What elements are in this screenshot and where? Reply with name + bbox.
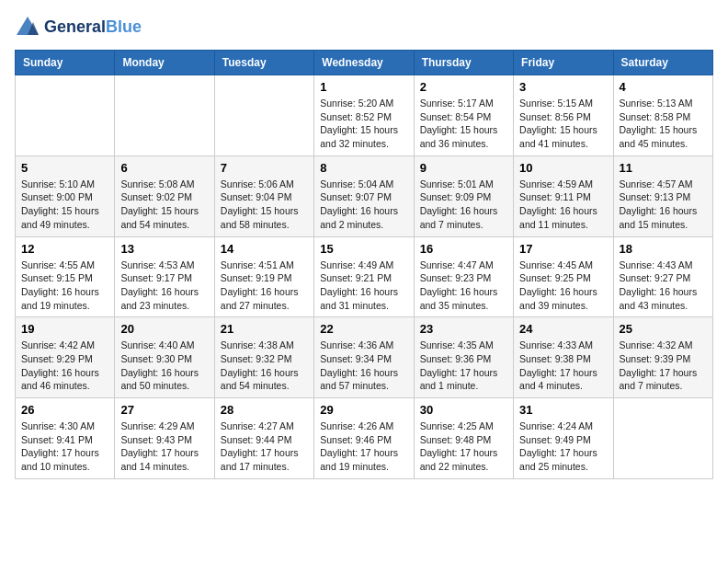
calendar-cell: 6Sunrise: 5:08 AMSunset: 9:02 PMDaylight… [115,155,214,236]
day-number: 27 [120,403,208,417]
calendar-cell: 7Sunrise: 5:06 AMSunset: 9:04 PMDaylight… [214,155,313,236]
calendar-cell [16,75,115,156]
day-number: 11 [620,161,707,175]
day-number: 3 [519,80,607,94]
calendar-cell: 15Sunrise: 4:49 AMSunset: 9:21 PMDayligh… [314,236,414,317]
day-info: Sunrise: 5:04 AMSunset: 9:07 PMDaylight:… [320,178,407,232]
column-header-wednesday: Wednesday [314,51,414,75]
day-info: Sunrise: 4:53 AMSunset: 9:17 PMDaylight:… [120,259,208,313]
day-info: Sunrise: 4:27 AMSunset: 9:44 PMDaylight:… [221,419,308,474]
day-number: 17 [519,242,607,256]
day-number: 9 [420,161,507,175]
day-info: Sunrise: 5:08 AMSunset: 9:02 PMDaylight:… [120,178,208,232]
day-number: 2 [420,80,507,94]
day-number: 23 [420,322,507,336]
day-number: 1 [320,80,407,94]
day-info: Sunrise: 5:01 AMSunset: 9:09 PMDaylight:… [420,178,507,232]
day-info: Sunrise: 4:40 AMSunset: 9:30 PMDaylight:… [120,339,208,393]
day-info: Sunrise: 5:20 AMSunset: 8:52 PMDaylight:… [320,97,407,151]
calendar-cell: 22Sunrise: 4:36 AMSunset: 9:34 PMDayligh… [314,317,414,398]
column-header-friday: Friday [514,51,613,75]
day-number: 20 [120,322,208,336]
day-number: 22 [320,322,407,336]
day-info: Sunrise: 4:33 AMSunset: 9:38 PMDaylight:… [519,339,607,393]
calendar-week-row: 26Sunrise: 4:30 AMSunset: 9:41 PMDayligh… [16,398,713,479]
calendar-week-row: 12Sunrise: 4:55 AMSunset: 9:15 PMDayligh… [16,236,713,317]
logo: GeneralBlue [15,15,142,40]
day-number: 18 [620,242,707,256]
calendar-cell: 29Sunrise: 4:26 AMSunset: 9:46 PMDayligh… [314,398,414,479]
day-info: Sunrise: 4:24 AMSunset: 9:49 PMDaylight:… [519,419,607,474]
calendar-cell: 25Sunrise: 4:32 AMSunset: 9:39 PMDayligh… [613,317,712,398]
day-number: 29 [320,403,407,417]
day-info: Sunrise: 4:59 AMSunset: 9:11 PMDaylight:… [519,178,607,232]
calendar-cell: 24Sunrise: 4:33 AMSunset: 9:38 PMDayligh… [514,317,613,398]
calendar-cell [115,75,214,156]
day-info: Sunrise: 5:06 AMSunset: 9:04 PMDaylight:… [221,178,308,232]
calendar-cell: 11Sunrise: 4:57 AMSunset: 9:13 PMDayligh… [613,155,712,236]
calendar-cell: 18Sunrise: 4:43 AMSunset: 9:27 PMDayligh… [613,236,712,317]
calendar-cell: 2Sunrise: 5:17 AMSunset: 8:54 PMDaylight… [414,75,513,156]
day-number: 30 [420,403,507,417]
day-number: 24 [519,322,607,336]
day-number: 5 [21,161,108,175]
day-info: Sunrise: 4:43 AMSunset: 9:27 PMDaylight:… [620,259,707,313]
calendar-cell: 21Sunrise: 4:38 AMSunset: 9:32 PMDayligh… [214,317,313,398]
day-info: Sunrise: 4:55 AMSunset: 9:15 PMDaylight:… [21,259,108,313]
day-info: Sunrise: 4:42 AMSunset: 9:29 PMDaylight:… [21,339,108,393]
calendar-cell: 28Sunrise: 4:27 AMSunset: 9:44 PMDayligh… [214,398,313,479]
calendar-table: SundayMondayTuesdayWednesdayThursdayFrid… [15,50,713,479]
calendar-cell: 30Sunrise: 4:25 AMSunset: 9:48 PMDayligh… [414,398,513,479]
column-header-tuesday: Tuesday [214,51,313,75]
day-number: 14 [221,242,308,256]
logo-text: GeneralBlue [44,18,142,37]
calendar-week-row: 1Sunrise: 5:20 AMSunset: 8:52 PMDaylight… [16,75,713,156]
day-info: Sunrise: 4:38 AMSunset: 9:32 PMDaylight:… [221,339,308,393]
column-header-monday: Monday [115,51,214,75]
calendar-cell: 16Sunrise: 4:47 AMSunset: 9:23 PMDayligh… [414,236,513,317]
column-header-saturday: Saturday [613,51,712,75]
day-info: Sunrise: 4:45 AMSunset: 9:25 PMDaylight:… [519,259,607,313]
day-info: Sunrise: 4:36 AMSunset: 9:34 PMDaylight:… [320,339,407,393]
calendar-cell: 17Sunrise: 4:45 AMSunset: 9:25 PMDayligh… [514,236,613,317]
day-number: 10 [519,161,607,175]
day-info: Sunrise: 5:10 AMSunset: 9:00 PMDaylight:… [21,178,108,232]
day-number: 13 [120,242,208,256]
day-number: 19 [21,322,108,336]
day-info: Sunrise: 5:15 AMSunset: 8:56 PMDaylight:… [519,97,607,151]
calendar-cell: 3Sunrise: 5:15 AMSunset: 8:56 PMDaylight… [514,75,613,156]
day-info: Sunrise: 4:30 AMSunset: 9:41 PMDaylight:… [21,419,108,474]
day-info: Sunrise: 4:51 AMSunset: 9:19 PMDaylight:… [221,259,308,313]
day-info: Sunrise: 4:35 AMSunset: 9:36 PMDaylight:… [420,339,507,393]
calendar-cell: 27Sunrise: 4:29 AMSunset: 9:43 PMDayligh… [115,398,214,479]
day-number: 16 [420,242,507,256]
day-number: 28 [221,403,308,417]
day-info: Sunrise: 5:17 AMSunset: 8:54 PMDaylight:… [420,97,507,151]
page-header: GeneralBlue [15,15,713,40]
logo-icon [15,15,40,40]
calendar-cell [613,398,712,479]
day-number: 12 [21,242,108,256]
day-info: Sunrise: 4:49 AMSunset: 9:21 PMDaylight:… [320,259,407,313]
calendar-cell: 8Sunrise: 5:04 AMSunset: 9:07 PMDaylight… [314,155,414,236]
calendar-cell [214,75,313,156]
day-number: 15 [320,242,407,256]
day-info: Sunrise: 4:47 AMSunset: 9:23 PMDaylight:… [420,259,507,313]
day-number: 6 [120,161,208,175]
calendar-cell: 5Sunrise: 5:10 AMSunset: 9:00 PMDaylight… [16,155,115,236]
calendar-cell: 31Sunrise: 4:24 AMSunset: 9:49 PMDayligh… [514,398,613,479]
column-header-sunday: Sunday [16,51,115,75]
day-number: 25 [620,322,707,336]
calendar-cell: 14Sunrise: 4:51 AMSunset: 9:19 PMDayligh… [214,236,313,317]
day-number: 26 [21,403,108,417]
column-header-thursday: Thursday [414,51,513,75]
calendar-cell: 23Sunrise: 4:35 AMSunset: 9:36 PMDayligh… [414,317,513,398]
day-info: Sunrise: 5:13 AMSunset: 8:58 PMDaylight:… [620,97,707,151]
calendar-cell: 4Sunrise: 5:13 AMSunset: 8:58 PMDaylight… [613,75,712,156]
day-info: Sunrise: 4:57 AMSunset: 9:13 PMDaylight:… [620,178,707,232]
day-number: 8 [320,161,407,175]
day-number: 4 [620,80,707,94]
calendar-week-row: 19Sunrise: 4:42 AMSunset: 9:29 PMDayligh… [16,317,713,398]
calendar-cell: 12Sunrise: 4:55 AMSunset: 9:15 PMDayligh… [16,236,115,317]
calendar-cell: 26Sunrise: 4:30 AMSunset: 9:41 PMDayligh… [16,398,115,479]
